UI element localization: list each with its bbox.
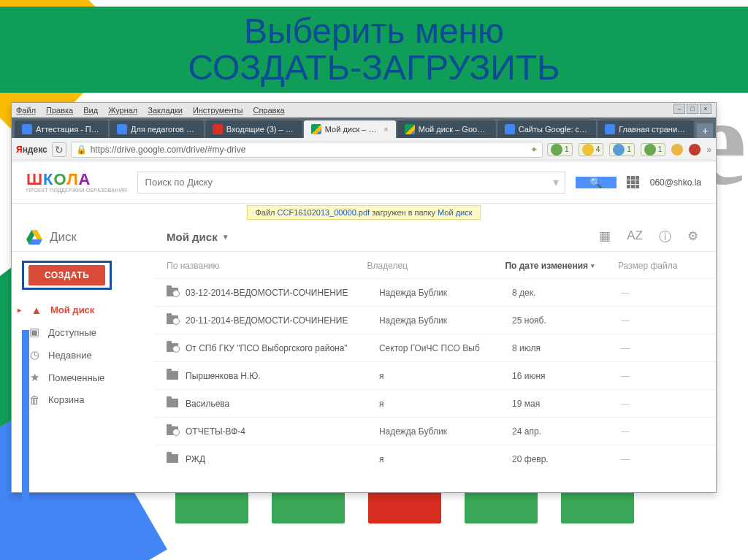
toolbar-badge[interactable]: 1 [609,143,635,156]
tab-favicon [311,124,321,134]
menu-файл[interactable]: Файл [16,106,36,115]
yandex-logo: Яндекс [16,145,47,155]
grid-view-icon[interactable]: ▦ [599,229,611,245]
notif-folder: Мой диск [438,208,472,217]
drive-nav: ▲Мой диск▣Доступные◷Недавние★Помеченные🗑… [22,300,144,410]
gear-icon[interactable]: ⚙ [687,229,698,245]
col-owner[interactable]: Владелец [367,261,505,271]
bottom-tile [272,488,345,523]
file-name: Пыршенкова Н.Ю. [186,371,379,381]
apps-icon[interactable] [627,176,640,189]
folder-icon [167,369,186,382]
bottom-tile [561,488,634,523]
sidebar-item-Корзина[interactable]: 🗑Корзина [22,390,144,410]
toolbar-ext-icon[interactable] [671,144,683,156]
browser-tab[interactable]: Для педагогов - ... [110,120,204,138]
window-minimize[interactable]: – [673,104,685,114]
drive-logo-icon [26,230,42,245]
folder-icon [167,342,186,354]
file-owner: я [379,454,512,464]
file-name: От СПб ГКУ "ПСО Выборгского района" [186,343,379,353]
nav-label: Недавние [48,350,92,361]
breadcrumb[interactable]: Мой диск▼ [155,231,229,243]
user-email[interactable]: 060@shko.la [650,177,701,188]
reload-button[interactable]: ↻ [52,142,66,157]
menu-справка[interactable]: Справка [253,106,284,115]
file-row[interactable]: От СПб ГКУ "ПСО Выборгского района"Секто… [155,334,716,361]
browser-tab[interactable]: Аттестация - По... [15,120,108,138]
folder-icon [167,425,186,437]
drive-search: ▾ [137,172,565,193]
toolbar-badge[interactable]: 1 [641,143,666,156]
window-close[interactable]: × [700,104,711,114]
search-dropdown-caret[interactable]: ▾ [553,175,565,189]
browser-window: ФайлПравкаВидЖурналЗакладкиИнструментыСп… [11,102,717,493]
create-button[interactable]: СОЗДАТЬ [28,265,105,285]
drive-sidebar: СОЗДАТЬ ▲Мой диск▣Доступные◷Недавние★Пом… [12,252,155,492]
menu-инструменты[interactable]: Инструменты [193,106,243,115]
file-row[interactable]: ОТЧЕТЫ-ВФ-4Надежда Бублик24 апр.— [155,417,716,445]
menu-журнал[interactable]: Журнал [108,106,137,115]
browser-tab[interactable]: Входящие (3) – 0... [205,120,302,138]
badge-dot-icon [582,144,594,156]
file-date: 19 мая [512,399,621,409]
browser-tab[interactable]: Мой диск – Googl... [397,120,496,138]
nav-icon: ◷ [28,348,41,361]
shkola-logo: ШКОЛА ПРОЕКТ ПОДДЕРЖКИ ОБРАЗОВАНИЯ [26,172,127,193]
menu-правка[interactable]: Правка [46,106,73,115]
folder-icon [167,397,186,410]
badge-dot-icon [613,144,625,156]
nav-icon: ▣ [28,326,41,339]
drive-main: СОЗДАТЬ ▲Мой диск▣Доступные◷Недавние★Пом… [12,252,716,492]
menu-закладки[interactable]: Закладки [148,106,183,115]
toolbar-ext-icon[interactable] [689,144,701,156]
tab-close-icon[interactable]: × [383,125,388,134]
nav-label: Мой диск [50,304,94,315]
bottom-tile [465,488,538,523]
tab-favicon [605,124,615,134]
menu-вид[interactable]: Вид [83,106,98,115]
nav-label: Корзина [48,394,85,405]
badge-dot-icon [551,144,562,156]
file-date: 8 дек. [512,288,621,298]
bookmark-star-icon[interactable]: ✦ [530,145,538,155]
toolbar-badge[interactable]: 4 [579,143,604,156]
file-list-header: По названию Владелец По дате изменения Р… [155,252,716,278]
search-input[interactable] [138,172,553,193]
slide-title: Выберить меню СОЗДАТЬ-ЗАГРУЗИТЬ [188,13,560,87]
sidebar-item-Доступные[interactable]: ▣Доступные [22,322,144,342]
file-size: — [621,399,706,409]
folder-icon [167,286,186,299]
browser-tab[interactable]: Мой диск – G...× [304,120,396,138]
col-size[interactable]: Размер файла [618,261,706,271]
file-owner: я [379,399,512,409]
col-name[interactable]: По названию [167,261,367,271]
browser-tab[interactable]: Сайты Google: са... [497,120,597,138]
file-row[interactable]: Пыршенкова Н.Ю.я16 июня— [155,361,716,389]
search-button[interactable]: 🔍 [576,177,617,188]
window-maximize[interactable]: □ [687,104,698,114]
file-date: 24 апр. [512,426,621,437]
file-size: — [621,454,706,464]
sort-icon[interactable]: AZ [627,229,643,245]
new-tab-button[interactable]: + [697,123,713,138]
address-bar[interactable]: 🔒 https://drive.google.com/drive/#my-dri… [71,142,543,158]
toolbar-overflow-icon[interactable]: » [706,145,711,155]
info-icon[interactable]: ⓘ [659,229,671,245]
browser-tab[interactable]: Главная страниц... [598,120,694,138]
sidebar-item-Мой диск[interactable]: ▲Мой диск [22,300,144,320]
file-name: ОТЧЕТЫ-ВФ-4 [186,426,379,437]
folder-icon [167,453,186,465]
col-date[interactable]: По дате изменения [505,261,617,271]
file-owner: Сектор ГОиЧС ПСО Выб [379,343,512,353]
file-owner: Надежда Бублик [379,315,512,326]
file-row[interactable]: 03-12-2014-ВЕДОМОСТИ-СОЧИНЕНИЕНадежда Бу… [155,278,716,306]
sidebar-item-Недавние[interactable]: ◷Недавние [22,345,144,365]
sidebar-item-Помеченные[interactable]: ★Помеченные [22,367,144,388]
toolbar-badge[interactable]: 1 [547,143,573,156]
file-row[interactable]: РЖДя20 февр.— [155,445,716,472]
file-row[interactable]: Васильевая19 мая— [155,389,716,417]
tab-label: Мой диск – Googl... [419,125,489,134]
file-date: 20 февр. [512,454,621,464]
file-row[interactable]: 20-11-2014-ВЕДОМОСТИ-СОЧИНЕНИЕНадежда Бу… [155,306,716,334]
